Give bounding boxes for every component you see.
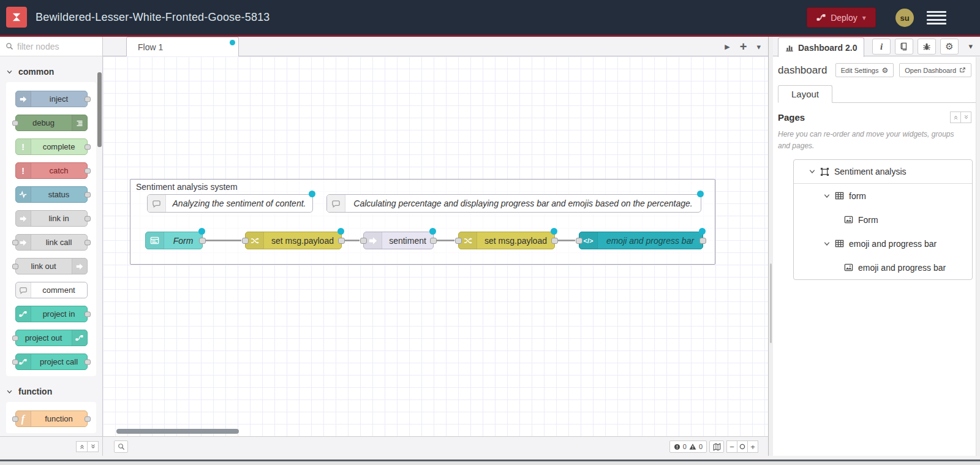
search-flows-button[interactable] bbox=[114, 440, 128, 453]
next-tab-icon[interactable]: ▶ bbox=[725, 43, 729, 51]
main-menu-icon[interactable] bbox=[927, 11, 946, 25]
group-grid-icon bbox=[835, 239, 844, 248]
output-port[interactable] bbox=[338, 238, 345, 244]
deploy-label: Deploy bbox=[831, 13, 858, 23]
zoom-reset-button[interactable] bbox=[737, 440, 748, 453]
input-port[interactable] bbox=[360, 238, 367, 244]
add-flow-button[interactable]: + bbox=[740, 40, 747, 54]
sidebar-splitter[interactable] bbox=[768, 37, 773, 456]
deploy-options-caret[interactable]: ▾ bbox=[862, 13, 866, 22]
flow-list-caret[interactable]: ▾ bbox=[756, 42, 761, 51]
chevron-down-icon[interactable] bbox=[823, 240, 831, 248]
notification-counts[interactable]: 0 0 bbox=[669, 440, 707, 453]
zoom-in-button[interactable]: + bbox=[747, 440, 758, 453]
bug-icon bbox=[922, 42, 931, 51]
tree-row-widget-form[interactable]: Form bbox=[794, 208, 972, 232]
flow-node-set-msg-payload-1[interactable]: set msg.payload bbox=[245, 232, 342, 249]
palette-node-link-call[interactable]: link call bbox=[15, 234, 88, 251]
sidebar-subtab-bar: Layout bbox=[778, 85, 980, 103]
group-grid-icon bbox=[835, 191, 844, 200]
sidebar-scrollbar-track[interactable] bbox=[976, 57, 980, 456]
input-port[interactable] bbox=[576, 238, 582, 244]
output-port[interactable] bbox=[551, 238, 558, 244]
project-link-icon bbox=[72, 330, 87, 346]
zoom-out-button[interactable]: − bbox=[726, 440, 737, 453]
comment-bubble-icon bbox=[16, 282, 31, 298]
gear-icon: ⚙ bbox=[881, 66, 888, 75]
sidebar-menu-caret[interactable]: ▾ bbox=[968, 42, 973, 51]
output-port bbox=[85, 192, 91, 197]
palette-node-status[interactable]: status bbox=[15, 186, 88, 203]
collapse-all-categories-button[interactable] bbox=[76, 441, 88, 452]
sidebar-tool-buttons: i ⚙ bbox=[872, 39, 959, 55]
palette-node-project-in[interactable]: project in bbox=[15, 306, 88, 322]
edit-settings-button[interactable]: Edit Settings ⚙ bbox=[835, 63, 894, 77]
palette-node-complete[interactable]: ! complete bbox=[15, 138, 88, 155]
flow-group-sentiment-analysis[interactable]: Sentiment analysis system bbox=[130, 179, 715, 265]
expand-all-pages-button[interactable] bbox=[960, 112, 971, 123]
tree-row-group-emoji-progress-bar[interactable]: emoji and progress bar bbox=[794, 232, 972, 255]
palette-scrollbar[interactable] bbox=[97, 72, 102, 147]
user-avatar[interactable]: su bbox=[895, 9, 914, 27]
palette-node-project-call[interactable]: project call bbox=[15, 353, 88, 370]
brand-logo[interactable] bbox=[6, 7, 27, 28]
input-port bbox=[12, 120, 18, 126]
pulse-icon bbox=[16, 187, 31, 202]
palette-category-body: inject debug ! complete ! catch bbox=[6, 82, 96, 376]
comment-label: Calculating percentage and displaying pr… bbox=[327, 198, 701, 208]
tree-row-page-sentiment-analysis[interactable]: Sentiment analysis bbox=[794, 160, 972, 184]
flow-node-emoji-progress-bar[interactable]: </> emoji and progress bar bbox=[579, 232, 703, 249]
palette-node-project-out[interactable]: project out bbox=[15, 330, 88, 346]
tree-label: emoji and progress bar bbox=[858, 263, 946, 273]
palette-node-link-in[interactable]: link in bbox=[15, 210, 88, 227]
dashboard-sidebar-content: dashboard Edit Settings ⚙ Open Dashboard… bbox=[773, 63, 980, 280]
config-tab-button[interactable]: ⚙ bbox=[940, 39, 959, 55]
tab-flow-1[interactable]: Flow 1 bbox=[126, 37, 239, 56]
palette-node-catch[interactable]: ! catch bbox=[15, 162, 88, 179]
palette-node-inject[interactable]: inject bbox=[15, 91, 88, 107]
output-port[interactable] bbox=[199, 238, 206, 244]
flow-node-sentiment[interactable]: sentiment bbox=[363, 232, 434, 249]
input-port bbox=[12, 416, 18, 422]
horizontal-scrollbar[interactable] bbox=[116, 429, 239, 434]
chevron-down-icon[interactable] bbox=[823, 192, 831, 200]
palette-category-common[interactable]: common bbox=[0, 64, 102, 80]
comment-label: Analyzing the sentiment of content. bbox=[148, 198, 312, 208]
palette-node-debug[interactable]: debug bbox=[15, 115, 88, 131]
navigator-map-button[interactable] bbox=[709, 440, 724, 453]
warning-count: 0 bbox=[699, 443, 703, 450]
open-dashboard-button[interactable]: Open Dashboard bbox=[899, 63, 971, 77]
collapse-all-pages-button[interactable] bbox=[950, 112, 961, 123]
flow-node-set-msg-payload-2[interactable]: set msg.payload bbox=[458, 232, 555, 249]
comment-node-calculating[interactable]: Calculating percentage and displaying pr… bbox=[326, 194, 701, 213]
flow-canvas[interactable]: Sentiment analysis system Analyzing the … bbox=[103, 56, 768, 436]
palette-category-function[interactable]: function bbox=[0, 384, 102, 399]
help-tab-button[interactable] bbox=[895, 39, 913, 55]
tree-label: form bbox=[849, 191, 866, 201]
output-port[interactable] bbox=[430, 238, 437, 244]
palette-node-function[interactable]: f function bbox=[15, 410, 88, 427]
output-port[interactable] bbox=[699, 238, 706, 244]
comment-node-analyzing[interactable]: Analyzing the sentiment of content. bbox=[147, 194, 313, 213]
comment-bubble-icon bbox=[148, 195, 166, 212]
chevron-down-icon[interactable] bbox=[809, 168, 816, 175]
expand-all-categories-button[interactable] bbox=[87, 441, 99, 452]
tree-row-group-form[interactable]: form bbox=[794, 184, 972, 208]
tree-row-widget-emoji-progress-bar[interactable]: emoji and progress bar bbox=[794, 255, 972, 279]
palette-node-link-out[interactable]: link out bbox=[15, 258, 88, 274]
pages-help-text: Here you can re-order and move your widg… bbox=[778, 129, 980, 151]
input-port[interactable] bbox=[455, 238, 462, 244]
input-port[interactable] bbox=[242, 238, 249, 244]
debug-tab-button[interactable] bbox=[918, 39, 936, 55]
flow-node-form[interactable]: Form bbox=[145, 232, 203, 249]
zoom-controls: − + bbox=[726, 440, 758, 453]
splitter-handle[interactable] bbox=[770, 263, 772, 343]
info-tab-button[interactable]: i bbox=[872, 39, 891, 55]
deploy-button[interactable]: Deploy ▾ bbox=[807, 7, 876, 28]
tab-dashboard-2[interactable]: Dashboard 2.0 bbox=[778, 37, 864, 57]
input-port bbox=[12, 359, 18, 365]
palette-node-comment[interactable]: comment bbox=[15, 282, 88, 298]
tab-layout[interactable]: Layout bbox=[778, 85, 832, 103]
external-link-icon bbox=[959, 67, 966, 74]
palette-filter-input[interactable]: filter nodes bbox=[0, 37, 102, 56]
